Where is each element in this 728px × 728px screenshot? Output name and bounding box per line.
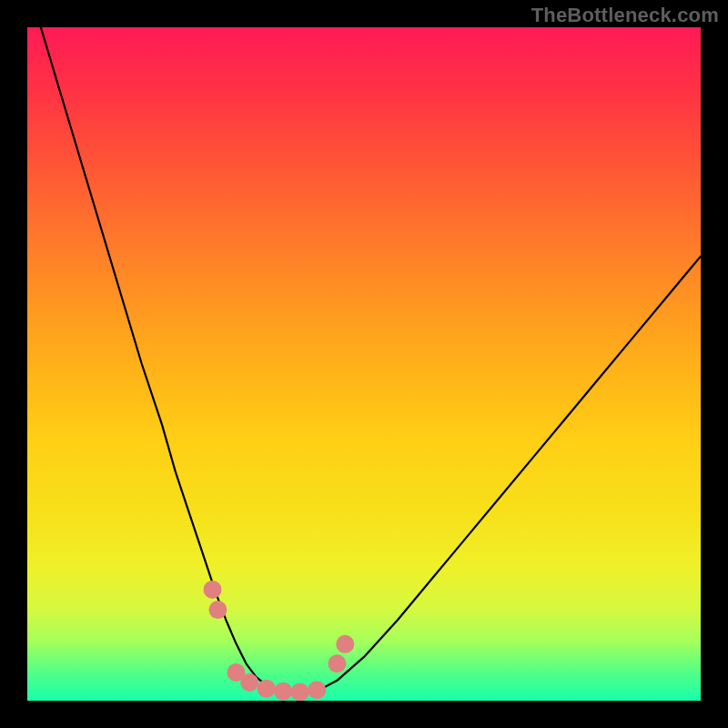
curve-marker [204, 581, 222, 599]
curve-marker [258, 680, 276, 698]
curve-marker [308, 681, 326, 699]
chart-frame: TheBottleneck.com [0, 0, 728, 728]
curve-marker [240, 673, 258, 692]
plot-area [27, 27, 701, 701]
chart-svg [27, 27, 701, 701]
credit-text: TheBottleneck.com [531, 4, 719, 27]
bottleneck-curve [41, 27, 701, 693]
curve-marker [328, 654, 346, 672]
curve-marker [336, 635, 354, 653]
curve-marker [208, 601, 227, 619]
curve-marker [291, 682, 309, 701]
curve-marker [274, 682, 292, 701]
